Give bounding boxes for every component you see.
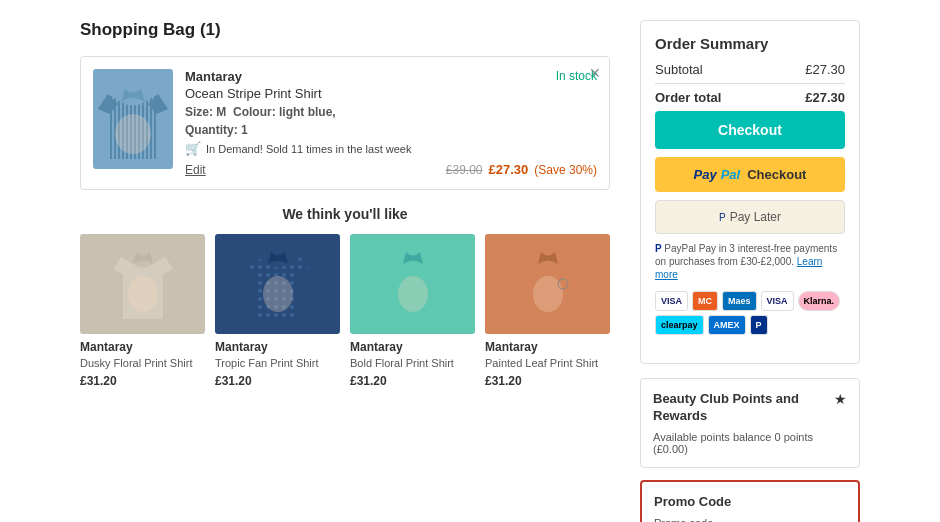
subtotal-label: Subtotal — [655, 62, 703, 77]
rec-brand-3: Mantaray — [350, 340, 475, 354]
order-total-label: Order total — [655, 90, 721, 105]
rec-item-image-3 — [350, 234, 475, 334]
payment-icons: VISA MC Maes VISA Klarna. clearpay AMEX … — [655, 291, 845, 335]
svg-point-2 — [115, 114, 151, 154]
item-quantity-meta: Quantity: 1 — [185, 123, 597, 137]
item-colour-value: light blue, — [279, 105, 336, 119]
svg-point-6 — [263, 276, 293, 312]
in-demand-text: In Demand! Sold 11 times in the last wee… — [206, 143, 411, 155]
rec-name-2: Tropic Fan Print Shirt — [215, 356, 340, 370]
rec-item-image-2 — [215, 234, 340, 334]
cart-item-details: Mantaray Ocean Stripe Print Shirt Size: … — [185, 69, 597, 177]
subtotal-value: £27.30 — [805, 62, 845, 77]
rec-name-3: Bold Floral Print Shirt — [350, 356, 475, 370]
rec-price-1: £31.20 — [80, 374, 205, 388]
beauty-club-box: Beauty Club Points and Rewards ★ Availab… — [640, 378, 860, 468]
beauty-club-balance: Available points balance 0 points (£0.00… — [653, 431, 847, 455]
item-brand: Mantaray — [185, 69, 597, 84]
list-item[interactable]: Mantaray Painted Leaf Print Shirt £31.20 — [485, 234, 610, 388]
item-name: Ocean Stripe Print Shirt — [185, 86, 597, 101]
klarna-icon: Klarna. — [798, 291, 841, 311]
visa-icon-1: VISA — [655, 291, 688, 311]
pay-later-button[interactable]: P Pay Later — [655, 200, 845, 234]
quantity-value: 1 — [241, 123, 248, 137]
quantity-label: Quantity: — [185, 123, 238, 137]
paypal-icon-small: P — [655, 243, 664, 254]
rec-name-1: Dusky Floral Print Shirt — [80, 356, 205, 370]
price-sale: £27.30 — [489, 162, 529, 177]
order-total-value: £27.30 — [805, 90, 845, 105]
item-size-value: M — [216, 105, 226, 119]
rec-shirt-2 — [248, 239, 308, 329]
svg-point-7 — [398, 276, 428, 312]
checkout-button[interactable]: Checkout — [655, 111, 845, 149]
rec-brand-1: Mantaray — [80, 340, 205, 354]
star-icon[interactable]: ★ — [834, 391, 847, 407]
beauty-club-header: Beauty Club Points and Rewards ★ — [653, 391, 847, 425]
subtotal-row: Subtotal £27.30 — [655, 62, 845, 77]
recommendations-title: We think you'll like — [80, 206, 610, 222]
paypal-payment-icon: P — [750, 315, 768, 335]
item-price-row: Edit £39.00 £27.30 (Save 30%) — [185, 162, 597, 177]
list-item[interactable]: Mantaray Bold Floral Print Shirt £31.20 — [350, 234, 475, 388]
rec-brand-4: Mantaray — [485, 340, 610, 354]
edit-link[interactable]: Edit — [185, 163, 206, 177]
rec-item-image-4 — [485, 234, 610, 334]
visa-icon-2: VISA — [761, 291, 794, 311]
maestro-icon: Maes — [722, 291, 757, 311]
rec-price-3: £31.20 — [350, 374, 475, 388]
recommendations-section: We think you'll like Mantaray Dusky Flor… — [80, 206, 610, 388]
paypal-checkout-button[interactable]: Pay Pal Checkout — [655, 157, 845, 192]
price-save: (Save 30%) — [534, 163, 597, 177]
paypal-checkout-label: Checkout — [747, 167, 806, 182]
svg-point-3 — [128, 276, 158, 312]
pay-later-label: Pay Later — [730, 210, 781, 224]
rec-brand-2: Mantaray — [215, 340, 340, 354]
promo-code-label: Promo code — [654, 517, 846, 522]
in-stock-badge: In stock — [556, 69, 597, 83]
item-size-label: Size: — [185, 105, 213, 119]
promo-code-title: Promo Code — [654, 494, 846, 509]
cart-icon: 🛒 — [185, 141, 201, 156]
paypal-note: P PayPal Pay in 3 interest-free payments… — [655, 242, 845, 281]
promo-code-box: Promo Code Promo code Apply — [640, 480, 860, 522]
price-original: £39.00 — [446, 163, 483, 177]
order-summary-title: Order Summary — [655, 35, 845, 52]
amex-icon: AMEX — [708, 315, 746, 335]
rec-shirt-3 — [383, 239, 443, 329]
shirt-image-svg — [98, 74, 168, 164]
rec-item-image-1 — [80, 234, 205, 334]
page-title: Shopping Bag (1) — [80, 20, 610, 40]
order-total-row: Order total £27.30 — [655, 83, 845, 105]
cart-item-card: ✕ — [80, 56, 610, 190]
list-item[interactable]: Mantaray Dusky Floral Print Shirt £31.20 — [80, 234, 205, 388]
mastercard-icon: MC — [692, 291, 718, 311]
item-colour-label: Colour: — [233, 105, 276, 119]
rec-price-2: £31.20 — [215, 374, 340, 388]
list-item[interactable]: Mantaray Tropic Fan Print Shirt £31.20 — [215, 234, 340, 388]
rec-name-4: Painted Leaf Print Shirt — [485, 356, 610, 370]
beauty-club-title: Beauty Club Points and Rewards — [653, 391, 834, 425]
in-demand-notice: 🛒 In Demand! Sold 11 times in the last w… — [185, 141, 597, 156]
paypal-p-icon: P — [719, 212, 726, 223]
paypal-text: Pal — [721, 167, 741, 182]
order-summary-box: Order Summary Subtotal £27.30 Order tota… — [640, 20, 860, 364]
prices: £39.00 £27.30 (Save 30%) — [446, 162, 597, 177]
rec-shirt-4 — [518, 239, 578, 329]
paypal-icon: Pay — [694, 167, 717, 182]
recommendations-grid: Mantaray Dusky Floral Print Shirt £31.20 — [80, 234, 610, 388]
clearpay-icon: clearpay — [655, 315, 704, 335]
rec-price-4: £31.20 — [485, 374, 610, 388]
cart-item-image — [93, 69, 173, 169]
item-meta: Size: M Colour: light blue, — [185, 105, 597, 119]
rec-shirt-1 — [113, 239, 173, 329]
right-column: Order Summary Subtotal £27.30 Order tota… — [640, 20, 860, 522]
